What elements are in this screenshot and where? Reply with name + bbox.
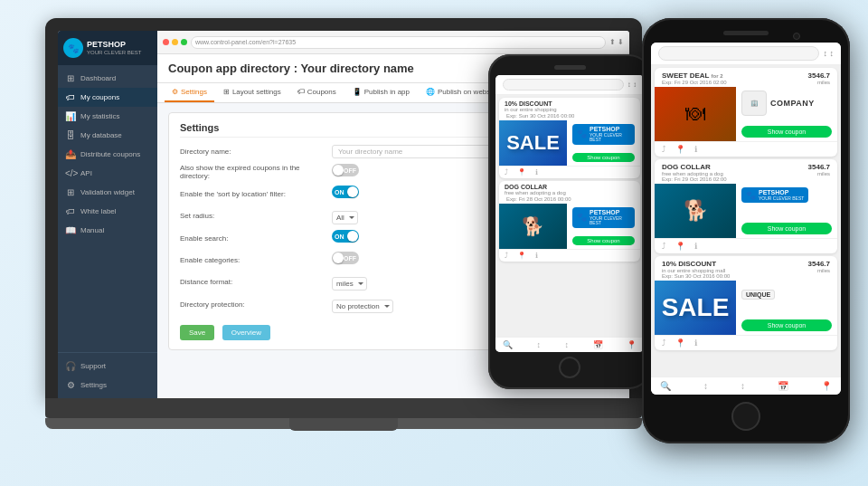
share-icon[interactable]: ⤴ [662, 338, 666, 348]
info-icon[interactable]: ℹ [694, 145, 697, 154]
sidebar-item-validation[interactable]: ⊞ Validation widget [58, 183, 157, 202]
miles-block: 3546.7 miles [808, 163, 830, 176]
setting-label: Also show the expired coupons in the dir… [180, 164, 325, 180]
show-coupon-button[interactable]: Show coupon [741, 126, 832, 138]
coupon-body: 🐕 🐾 PETSHOP YOUR CLEVER BEST [499, 204, 640, 249]
location-icon[interactable]: 📍 [517, 168, 526, 176]
bottom-location-icon[interactable]: 📍 [821, 381, 832, 391]
sidebar-item-settings[interactable]: ⚙ Settings [58, 376, 157, 395]
share-icon[interactable]: ⤴ [662, 242, 666, 251]
petshop-badge: 🐾 PETSHOP YOUR CLEVER BEST [572, 207, 635, 228]
info-icon[interactable]: ℹ [535, 168, 538, 176]
sidebar-item-database[interactable]: 🗄 My database [58, 126, 157, 145]
show-coupon-button[interactable]: Show coupon [741, 223, 832, 234]
bottom-location-icon[interactable]: 📍 [627, 340, 637, 349]
validation-icon: ⊞ [65, 187, 76, 197]
show-coupon-button[interactable]: Show coupon [741, 319, 832, 331]
layout-tab-icon: ⊞ [223, 88, 230, 96]
sidebar-item-manual[interactable]: 📖 Manual [58, 221, 157, 240]
coupon-card-discount: 10% DISCOUNT in our entire shopping Exp:… [499, 98, 640, 178]
sidebar-item-whitelabel[interactable]: 🏷 White label [58, 202, 157, 221]
bottom-filter-icon[interactable]: ↕ [565, 340, 570, 349]
coupon-image-food: 🍽 [655, 87, 736, 141]
location-icon[interactable]: 📍 [675, 338, 685, 348]
close-dot[interactable] [163, 39, 169, 45]
large-phone: ↕ ↕ SWEET DEAL for 2 Exp: Fri 29 Oct 201… [642, 18, 850, 443]
tab-coupons[interactable]: 🏷 Coupons [290, 83, 344, 102]
browser-url[interactable]: www.control-panel.com/en?l=27635 [191, 36, 606, 49]
sidebar-item-support[interactable]: 🎧 Support [58, 357, 157, 376]
large-phone-home-button[interactable] [731, 402, 760, 431]
bottom-sort2-icon[interactable]: ↕ [741, 381, 745, 391]
coupon-body: SALE UNIQUE Show coupon [655, 281, 837, 335]
deal-sub: in our entire shopping [505, 107, 557, 112]
show-coupon-button[interactable]: Show coupon [572, 153, 635, 162]
company-icon: 🏢 [741, 91, 767, 116]
info-icon[interactable]: ℹ [535, 252, 538, 260]
large-phone-coupon-list: SWEET DEAL for 2 Exp: Fri 29 Oct 2016 02… [651, 65, 841, 376]
show-coupon-button[interactable]: Show coupon [572, 236, 635, 245]
tab-label: Coupons [307, 88, 336, 96]
large-phone-search-input[interactable] [658, 46, 819, 61]
small-phone-screen: ↕ ↕ 10% DISCOUNT in our entire shopping … [495, 75, 644, 352]
filter-icons: ↕ ↕ [627, 81, 637, 89]
location-icon[interactable]: 📍 [675, 242, 685, 251]
maximize-dot[interactable] [181, 39, 187, 45]
coupon-right: 🐾 PETSHOP YOUR CLEVER BEST Show coupon [567, 120, 640, 166]
share-icon[interactable]: ⤴ [505, 168, 508, 176]
radius-select[interactable]: All [332, 211, 358, 224]
petshop-badge: 🐾 PETSHOP YOUR CLEVER BEST [572, 124, 635, 145]
coupon-header: SWEET DEAL for 2 Exp: Fri 29 Oct 2016 02… [655, 68, 837, 87]
share-icon[interactable]: ⤴ [505, 252, 508, 260]
bottom-calendar-icon[interactable]: 📅 [778, 381, 788, 391]
sortlocation-toggle[interactable]: ON [332, 186, 359, 198]
phone-home-button[interactable] [559, 357, 580, 378]
toggle-label: ON [335, 233, 344, 240]
protection-select[interactable]: No protection [332, 300, 393, 313]
coupon-info: DOG COLLAR free when adopting a dog [505, 184, 566, 195]
overview-button[interactable]: Overview [222, 325, 270, 340]
sidebar-item-coupons[interactable]: 🏷 My coupons [58, 88, 157, 107]
logo-text-block: PETSHOP YOUR CLEVER BEST [87, 41, 141, 55]
save-button[interactable]: Save [180, 325, 214, 340]
categories-toggle[interactable]: OFF [332, 252, 359, 264]
bottom-calendar-icon[interactable]: 📅 [593, 340, 603, 349]
location-icon[interactable]: 📍 [675, 145, 685, 154]
laptop-base [45, 398, 642, 418]
search-toggle[interactable]: ON [332, 230, 359, 243]
sidebar-item-label: My database [80, 131, 122, 139]
deal-for: for 2 [712, 73, 723, 79]
sidebar-item-statistics[interactable]: 📊 My statistics [58, 107, 157, 126]
distance-select[interactable]: miles km [332, 277, 367, 291]
expired-toggle[interactable]: OFF [332, 164, 359, 176]
directory-name-input[interactable]: Your directory name [332, 145, 495, 158]
phone-search-input[interactable] [503, 79, 624, 91]
bottom-sort-icon[interactable]: ↕ [537, 340, 542, 349]
tab-settings[interactable]: ⚙ Settings [165, 83, 214, 102]
laptop-foot [45, 418, 642, 429]
info-icon[interactable]: ℹ [694, 242, 697, 251]
minimize-dot[interactable] [172, 39, 178, 45]
bottom-sort1-icon[interactable]: ↕ [703, 381, 708, 391]
info-icon[interactable]: ℹ [694, 338, 697, 348]
tab-publish-app[interactable]: 📱 Publish in app [345, 83, 417, 102]
setting-label: Enable categories: [180, 256, 325, 264]
toggle-label: ON [335, 189, 344, 195]
sidebar-item-dashboard[interactable]: ⊞ Dashboard [58, 69, 157, 88]
deal-name: 10% DISCOUNT [662, 260, 730, 268]
coupon-actions: ⤴ 📍 ℹ [655, 238, 837, 253]
share-icon[interactable]: ⤴ [662, 145, 666, 154]
bottom-search-icon[interactable]: 🔍 [660, 381, 671, 391]
browser-chrome: www.control-panel.com/en?l=27635 ⬆ ⬇ [157, 31, 629, 54]
sidebar-item-api[interactable]: </> API [58, 164, 157, 183]
toggle-knob [333, 165, 344, 176]
company-name: COMPANY [770, 99, 815, 108]
tab-layout[interactable]: ⊞ Layout settings [216, 83, 288, 102]
large-phone-filter-icons: ↕ ↕ [823, 49, 834, 58]
coupon-info: 10% DISCOUNT in our entire shopping mall… [662, 260, 730, 279]
coupon-header: DOG COLLAR free when adopting a dog [499, 181, 640, 196]
location-icon[interactable]: 📍 [517, 252, 526, 260]
bottom-search-icon[interactable]: 🔍 [503, 340, 513, 349]
sidebar-item-distribute[interactable]: 📤 Distribute coupons [58, 145, 157, 164]
setting-label: Set radius: [180, 212, 325, 220]
